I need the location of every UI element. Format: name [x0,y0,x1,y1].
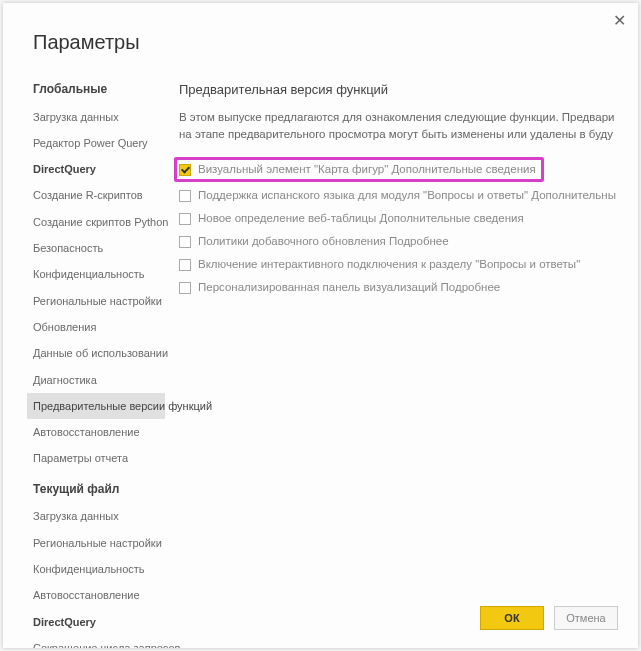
sidebar-item[interactable]: Параметры отчета [27,445,165,471]
option-row: Персонализированная панель визуализаций … [179,276,638,299]
sidebar-item[interactable]: Автовосстановление [27,582,165,608]
sidebar-item[interactable]: Диагностика [27,367,165,393]
checkbox-icon[interactable] [179,190,191,202]
sidebar-item[interactable]: Предварительные версии функций [27,393,165,419]
checkbox-icon[interactable] [179,213,191,225]
sidebar-item[interactable]: Конфиденциальность [27,261,165,287]
dialog-content: ГлобальныеЗагрузка данныхРедактор Power … [3,82,638,622]
sidebar-item[interactable]: Сокращение числа запросов [27,635,165,648]
sidebar-item[interactable]: Региональные настройки [27,288,165,314]
sidebar-item[interactable]: Данные об использовании [27,340,165,366]
option-row: Поддержка испанского языка для модуля "В… [179,184,638,207]
sidebar-item[interactable]: Обновления [27,314,165,340]
sidebar-item[interactable]: Создание R-скриптов [27,182,165,208]
option-row: Визуальный элемент "Карта фигур" Дополни… [174,157,544,182]
sidebar-group-head: Текущий файл [33,482,165,498]
ok-button[interactable]: ОК [480,606,544,630]
sidebar-item[interactable]: Региональные настройки [27,530,165,556]
main-panel: Предварительная версия функций В этом вы… [165,82,638,622]
option-label: Поддержка испанского языка для модуля "В… [198,189,616,201]
sidebar-item[interactable]: Загрузка данных [27,104,165,130]
sidebar-item[interactable]: Конфиденциальность [27,556,165,582]
sidebar-item[interactable]: Редактор Power Query [27,130,165,156]
option-label: Новое определение веб-таблицы Дополнител… [198,212,524,224]
option-row: Включение интерактивного подключения к р… [179,253,638,276]
sidebar-item[interactable]: DirectQuery [27,156,165,182]
sidebar-item[interactable]: Безопасность [27,235,165,261]
option-label: Визуальный элемент "Карта фигур" Дополни… [198,163,536,175]
sidebar: ГлобальныеЗагрузка данныхРедактор Power … [3,82,165,622]
checkbox-icon[interactable] [179,282,191,294]
option-row: Новое определение веб-таблицы Дополнител… [179,207,638,230]
sidebar-item[interactable]: DirectQuery [27,609,165,635]
option-row: Политики добавочного обновления Подробне… [179,230,638,253]
main-description: В этом выпуске предлагаются для ознакомл… [179,109,638,144]
sidebar-group-head: Глобальные [33,82,165,98]
dialog-title: Параметры [3,3,638,54]
options-list: Визуальный элемент "Карта фигур" Дополни… [179,157,638,299]
main-heading: Предварительная версия функций [179,82,638,97]
option-label: Включение интерактивного подключения к р… [198,258,580,270]
sidebar-item[interactable]: Автовосстановление [27,419,165,445]
option-label: Персонализированная панель визуализаций … [198,281,500,293]
sidebar-item[interactable]: Загрузка данных [27,503,165,529]
dialog-footer: ОК Отмена [480,606,618,630]
option-label: Политики добавочного обновления Подробне… [198,235,449,247]
checkbox-icon[interactable] [179,236,191,248]
options-dialog: ✕ Параметры ГлобальныеЗагрузка данныхРед… [3,3,638,648]
checkbox-icon[interactable] [179,164,191,176]
cancel-button[interactable]: Отмена [554,606,618,630]
checkbox-icon[interactable] [179,259,191,271]
sidebar-item[interactable]: Создание скриптов Python [27,209,165,235]
close-icon[interactable]: ✕ [613,11,626,30]
